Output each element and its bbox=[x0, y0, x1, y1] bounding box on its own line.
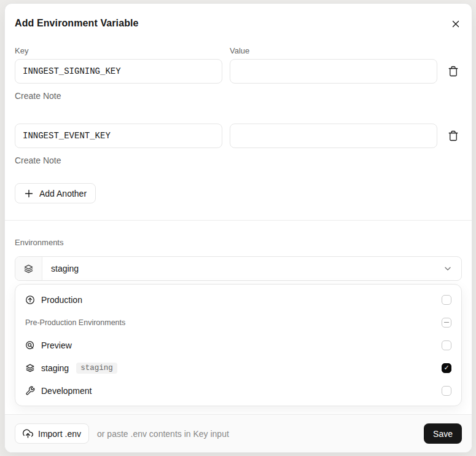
staging-icon bbox=[23, 264, 34, 274]
import-env-label: Import .env bbox=[38, 429, 81, 439]
chevron-down-icon bbox=[434, 264, 461, 273]
footer-hint-text: or paste .env contents in Key input bbox=[97, 429, 416, 439]
staging-icon bbox=[25, 363, 35, 373]
option-development[interactable]: Development bbox=[15, 379, 461, 402]
delete-row-button-1[interactable] bbox=[445, 66, 462, 77]
dialog-footer: Import .env or paste .env contents in Ke… bbox=[5, 414, 472, 452]
trash-icon bbox=[448, 66, 459, 77]
close-button[interactable] bbox=[450, 18, 462, 30]
environments-label: Environments bbox=[15, 238, 462, 247]
key-input-2[interactable] bbox=[15, 124, 222, 148]
option-group-pre-production[interactable]: Pre-Production Environments bbox=[15, 311, 461, 334]
environments-dropdown-panel: Production Pre-Production Environments P… bbox=[15, 284, 462, 406]
option-label: staging bbox=[41, 363, 69, 373]
development-icon bbox=[25, 386, 35, 396]
option-production[interactable]: Production bbox=[15, 288, 461, 311]
value-input-1[interactable] bbox=[230, 59, 437, 84]
add-another-button[interactable]: Add Another bbox=[15, 183, 96, 203]
option-staging[interactable]: staging staging bbox=[15, 356, 461, 379]
option-preview[interactable]: Preview bbox=[15, 334, 461, 356]
value-column-label: Value bbox=[230, 46, 437, 55]
key-input-1[interactable] bbox=[15, 59, 222, 84]
create-note-link-2[interactable]: Create Note bbox=[15, 155, 61, 165]
add-env-var-dialog: Add Environment Variable Key Value Creat… bbox=[4, 3, 472, 453]
column-labels: Key Value bbox=[15, 46, 462, 55]
staging-badge: staging bbox=[76, 363, 117, 374]
section-divider bbox=[5, 220, 472, 221]
preview-icon bbox=[25, 340, 35, 350]
dialog-header: Add Environment Variable bbox=[5, 4, 472, 30]
production-checkbox[interactable] bbox=[442, 295, 451, 305]
env-var-row bbox=[15, 124, 462, 148]
import-env-button[interactable]: Import .env bbox=[15, 423, 89, 444]
env-var-row bbox=[15, 59, 462, 84]
environments-select[interactable]: staging bbox=[15, 256, 462, 281]
environments-section: Environments staging Production bbox=[5, 238, 472, 406]
selected-environment-value: staging bbox=[42, 264, 434, 273]
option-label: Development bbox=[41, 386, 92, 396]
staging-checkbox[interactable] bbox=[442, 363, 451, 373]
save-button[interactable]: Save bbox=[424, 423, 462, 444]
group-label: Pre-Production Environments bbox=[25, 318, 125, 327]
delete-row-button-2[interactable] bbox=[445, 130, 462, 141]
preview-checkbox[interactable] bbox=[442, 340, 451, 350]
option-label: Production bbox=[41, 295, 82, 305]
trash-icon bbox=[448, 130, 459, 141]
development-checkbox[interactable] bbox=[442, 386, 451, 396]
create-note-link-1[interactable]: Create Note bbox=[15, 91, 61, 101]
option-label: Preview bbox=[41, 340, 72, 350]
close-icon bbox=[451, 19, 461, 29]
key-column-label: Key bbox=[15, 46, 222, 55]
production-icon bbox=[25, 295, 35, 305]
select-icon-cell bbox=[15, 257, 42, 280]
upload-cloud-icon bbox=[23, 428, 33, 439]
page-title: Add Environment Variable bbox=[15, 17, 139, 29]
plus-icon bbox=[24, 189, 34, 199]
pre-production-checkbox[interactable] bbox=[442, 318, 451, 328]
add-another-label: Add Another bbox=[39, 189, 87, 199]
value-input-2[interactable] bbox=[230, 124, 437, 148]
env-var-form: Key Value Create Note Create Note bbox=[5, 46, 472, 203]
